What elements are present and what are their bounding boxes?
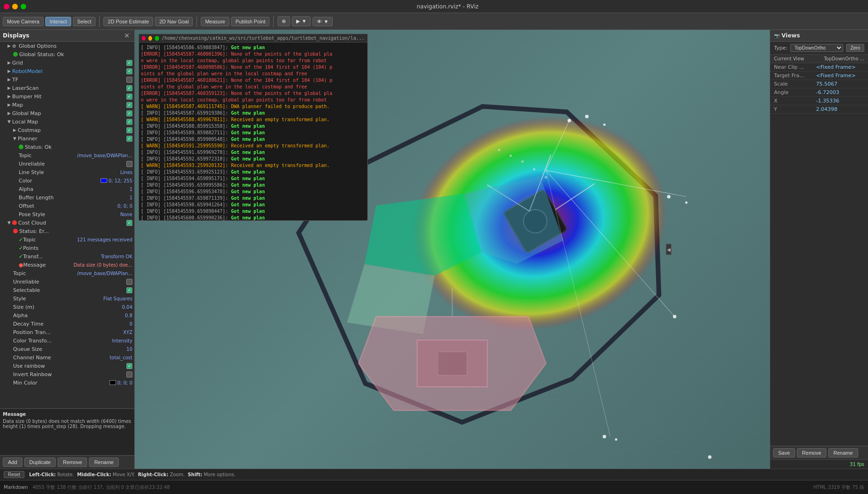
select-button[interactable]: Select xyxy=(73,17,96,26)
nav-goal-button[interactable]: 2D Nav Goal xyxy=(155,17,193,26)
viewport[interactable]: /home/chenxuning/catkin_ws/src/turtlebot… xyxy=(135,30,770,469)
publish-point-button[interactable]: Publish Point xyxy=(231,17,270,26)
cc-invert-item[interactable]: Invert Rainbow xyxy=(0,370,134,378)
cv-nearclip-value: <Fixed Frame> xyxy=(816,64,856,70)
save-view-button[interactable]: Save xyxy=(773,448,795,458)
planner-topic-label: Topic xyxy=(19,153,77,159)
svg-point-19 xyxy=(685,201,687,203)
cc-colortrans-label: Color Transfo... xyxy=(13,338,112,344)
terminal-window[interactable]: /home/chenxuning/catkin_ws/src/turtlebot… xyxy=(139,34,368,221)
costmap-checkbox[interactable]: ✓ xyxy=(126,127,132,133)
planner-unreliable-checkbox[interactable] xyxy=(126,161,132,167)
cc-unreliable-checkbox[interactable] xyxy=(126,279,132,285)
duplicate-button[interactable]: Duplicate xyxy=(24,458,56,467)
cost-cloud-item[interactable]: ▼ Cost Cloud ✓ xyxy=(0,218,134,227)
bumper-item[interactable]: ▶ Bumper Hit ✓ xyxy=(0,92,134,101)
grid-item[interactable]: ▶ Grid ✓ xyxy=(0,58,134,67)
tf-checkbox[interactable] xyxy=(126,77,132,83)
minimize-button[interactable] xyxy=(12,4,18,9)
planner-color-swatch[interactable] xyxy=(101,178,107,183)
terminal-content[interactable]: [ INFO] [1584545586.659883847]: Got new … xyxy=(139,43,367,220)
error-icon-message: ● xyxy=(19,262,23,268)
displays-close[interactable]: ✕ xyxy=(122,32,131,39)
left-click-hint: Left-Click: xyxy=(29,472,56,477)
add-button[interactable]: Add xyxy=(3,458,22,467)
local-map-checkbox[interactable]: ✓ xyxy=(126,119,132,125)
grid-checkbox[interactable]: ✓ xyxy=(126,60,132,66)
cc-invert-checkbox[interactable] xyxy=(126,371,132,378)
editor-mode: Markdown xyxy=(4,485,28,490)
cost-cloud-checkbox[interactable]: ✓ xyxy=(126,220,132,226)
move-camera-button[interactable]: Move Camera xyxy=(3,17,44,26)
grid-label: Grid xyxy=(12,60,124,66)
main-toolbar: Move Camera Interact Select 2D Pose Esti… xyxy=(0,13,868,30)
cc-style-label: Style xyxy=(13,296,103,302)
planner-offset-value: 0; 0; 0 xyxy=(117,203,132,209)
window-controls[interactable] xyxy=(4,4,26,9)
bumper-checkbox[interactable]: ✓ xyxy=(126,94,132,100)
term-line-11: [ INFO] [1584545590.859900548]: Got new … xyxy=(141,136,365,143)
local-map-item[interactable]: ▼ Local Map ✓ xyxy=(0,117,134,126)
collapse-panel-button[interactable]: ◀ xyxy=(666,244,671,255)
view-btn[interactable]: 👁 ▼ xyxy=(313,17,333,26)
close-button[interactable] xyxy=(4,4,9,9)
global-map-checkbox[interactable]: ✓ xyxy=(126,110,132,116)
remove-button[interactable]: Remove xyxy=(58,458,87,467)
cc-selectable-item[interactable]: Selectable ✓ xyxy=(0,286,134,294)
cc-rainbow-checkbox[interactable]: ✓ xyxy=(126,363,132,369)
camera-btn[interactable]: ▶ ▼ xyxy=(292,16,311,26)
term-min-btn[interactable] xyxy=(148,36,152,41)
planner-checkbox[interactable]: ✓ xyxy=(126,136,132,142)
robotmodel-checkbox[interactable]: ✓ xyxy=(126,68,132,74)
right-bottom-bar: Save Remove Rename xyxy=(770,446,868,459)
rename-button[interactable]: Rename xyxy=(89,458,119,467)
cv-y-label: Y xyxy=(774,106,816,112)
planner-linestyle-label: Line Style xyxy=(19,169,120,175)
rename-view-button[interactable]: Rename xyxy=(828,448,858,458)
cv-targetframe-value: <Fixed Frame> xyxy=(816,73,856,79)
interact-mode-btn[interactable]: ⊕ xyxy=(277,16,290,26)
planner-item[interactable]: ▼ Planner ✓ xyxy=(0,134,134,143)
interact-button[interactable]: Interact xyxy=(45,17,71,26)
costmap-item[interactable]: ▶ Costmap ✓ xyxy=(0,126,134,134)
cc-rainbow-item[interactable]: Use rainbow ✓ xyxy=(0,362,134,370)
check-icon-points: ✓ xyxy=(19,245,23,251)
robot-view[interactable]: /home/chenxuning/catkin_ws/src/turtlebot… xyxy=(135,30,770,469)
map-item[interactable]: ▶ Map ✓ xyxy=(0,101,134,109)
maximize-button[interactable] xyxy=(21,4,26,9)
reset-button[interactable]: Reset xyxy=(4,471,24,478)
cost-cloud-message-label: Message xyxy=(23,262,74,268)
remove-view-button[interactable]: Remove xyxy=(797,448,826,458)
cv-nearclip-label: Near Clip ... xyxy=(774,64,816,70)
pose-estimate-button[interactable]: 2D Pose Estimate xyxy=(103,17,153,26)
map-label: Map xyxy=(12,102,124,108)
current-view-panel: Current View TopDownOrtho ... Near Clip … xyxy=(770,55,868,250)
global-status-item[interactable]: Global Status: Ok xyxy=(0,50,134,58)
views-type-label: Type: xyxy=(774,45,788,51)
cc-selectable-checkbox[interactable]: ✓ xyxy=(126,287,132,293)
global-status-label: Global Status: Ok xyxy=(19,51,132,58)
planner-unreliable-label: Unreliable xyxy=(19,161,124,167)
planner-unreliable-item[interactable]: Unreliable xyxy=(0,160,134,168)
displays-tree[interactable]: ▶ ⚙ Global Options Global Status: Ok ▶ G… xyxy=(0,42,134,408)
term-close-btn[interactable] xyxy=(142,36,146,41)
global-map-item[interactable]: ▶ Global Map ✓ xyxy=(0,109,134,117)
planner-pose-label: Pose Style xyxy=(19,211,120,218)
views-type-select[interactable]: TopDownOrtho xyxy=(790,44,843,52)
global-options-item[interactable]: ▶ ⚙ Global Options xyxy=(0,42,134,50)
cc-mincolor-swatch[interactable] xyxy=(109,380,116,385)
tf-item[interactable]: ▶ TF xyxy=(0,75,134,84)
shift-hint: Shift: xyxy=(188,472,202,477)
zero-button[interactable]: Zero xyxy=(846,44,864,52)
laserscan-checkbox[interactable]: ✓ xyxy=(126,85,132,91)
term-max-btn[interactable] xyxy=(155,36,159,41)
measure-button[interactable]: Measure xyxy=(201,17,229,26)
cc-decay-item: Decay Time 0 xyxy=(0,320,134,328)
cc-unreliable-item[interactable]: Unreliable xyxy=(0,277,134,286)
robotmodel-item[interactable]: ▶ RobotModel ✓ xyxy=(0,67,134,75)
laserscan-item[interactable]: ▶ LaserScan ✓ xyxy=(0,84,134,92)
planner-color-item[interactable]: Color 0; 12; 255 xyxy=(0,176,134,185)
term-line-14: [ INFO] [1584545592.659972318]: Got new … xyxy=(141,156,365,162)
cc-mincolor-item[interactable]: Min Color 0; 0; 0 xyxy=(0,378,134,387)
map-checkbox[interactable]: ✓ xyxy=(126,102,132,108)
